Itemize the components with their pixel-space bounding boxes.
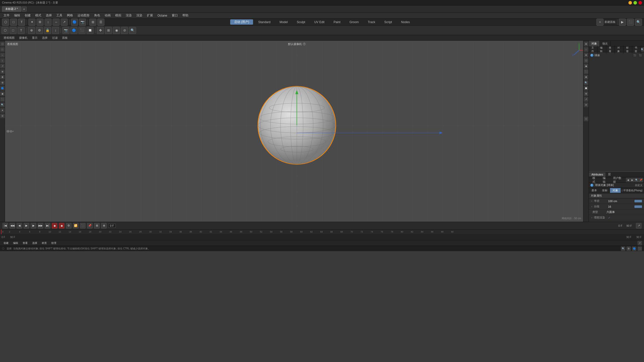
menu-octane[interactable]: Octane [155, 13, 169, 18]
tool-d[interactable]: ↕ [52, 27, 59, 34]
tab-add-button[interactable]: + [22, 7, 27, 12]
menu-simulate[interactable]: 模拟 [113, 13, 123, 18]
attr-segments-value[interactable]: 16 [608, 205, 633, 208]
tool-r2[interactable]: ⬛ [627, 19, 634, 26]
tool-c[interactable]: 🔒 [44, 27, 51, 34]
tool-rect[interactable]: □ [10, 19, 17, 26]
tool-f[interactable]: 🔵 [70, 27, 77, 34]
tool-7[interactable]: 📷 [79, 19, 86, 26]
anim-expand[interactable]: ↗ [637, 241, 642, 245]
mode-track[interactable]: Track [364, 20, 379, 24]
vp-btn-10[interactable]: ⚙ [584, 92, 588, 96]
mode-script[interactable]: Script [380, 20, 396, 24]
vp-btn-11[interactable]: ↗ [584, 97, 588, 102]
tool-3[interactable]: ↕ [45, 19, 52, 26]
timeline-track[interactable]: 0 F 90 F 90 F 90 F [0, 234, 644, 240]
menu-help[interactable]: 帮助 [180, 13, 190, 18]
menu-mograph[interactable]: 运动图形 [75, 13, 92, 18]
tool-1[interactable]: ✦ [28, 19, 35, 26]
attr-nav-back[interactable]: ◀ [626, 178, 630, 182]
tool-2[interactable]: ⚙ [36, 19, 44, 26]
tool-render-btn[interactable]: ▶ [619, 19, 626, 26]
tool-e[interactable]: 📷 [62, 27, 69, 34]
view-item-display[interactable]: 显示 [30, 36, 39, 40]
attr-subtab-coords[interactable]: 坐标 [599, 188, 610, 193]
mode-startup[interactable]: 启动 (用户) [230, 19, 253, 25]
vp-btn-3[interactable]: ⊕ [584, 53, 588, 57]
vp-btn-9[interactable]: 🔲 [584, 86, 588, 90]
mode-model[interactable]: Model [275, 20, 292, 24]
attr-radius-value[interactable]: 100 cm [608, 200, 633, 203]
minimize-button[interactable] [628, 1, 632, 5]
status-icon-2[interactable]: ⚙ [626, 246, 631, 251]
tool-rotate[interactable]: T [18, 27, 25, 34]
menu-character[interactable]: 角色 [92, 13, 102, 18]
menu-extend[interactable]: 扩展 [145, 13, 155, 18]
tool-g[interactable]: ⬛ [78, 27, 86, 34]
menu-render-settings[interactable]: 渲染 [124, 13, 134, 18]
attr-subtab-basic[interactable]: 基本 [589, 188, 599, 193]
btn-prev-keyframe[interactable]: ◀◀ [10, 223, 15, 229]
mode-sculpt[interactable]: Sculpt [293, 20, 309, 24]
menu-animate[interactable]: 动画 [103, 13, 113, 18]
btn-goto-start[interactable]: |◀ [3, 223, 8, 229]
mode-uvedit[interactable]: UV Edit [310, 20, 329, 24]
attr-mode-userdata[interactable]: 用户数据 [611, 176, 626, 184]
sidebar-tool-6[interactable]: ⊕ [0, 69, 5, 74]
vp-btn-5[interactable]: ◉ [584, 64, 588, 68]
sidebar-tool-5[interactable]: ↗ [0, 64, 5, 68]
tab-scene[interactable]: 未标题 2 * [2, 6, 21, 12]
status-icon-1[interactable]: 🔍 [621, 246, 625, 251]
tool-b[interactable]: ⚙ [36, 27, 43, 34]
tool-text[interactable]: T [18, 19, 25, 26]
sidebar-tool-2[interactable]: □ [0, 47, 5, 52]
view-item-perspective[interactable]: 透视视图 [2, 36, 17, 40]
tool-a[interactable]: ⊕ [28, 27, 35, 34]
obj-visibility-2[interactable]: ⬛ [638, 53, 642, 58]
menu-select[interactable]: 选择 [44, 13, 54, 18]
mode-groom[interactable]: Groom [345, 20, 363, 24]
attr-search[interactable]: 🔍 [634, 178, 639, 182]
menu-window[interactable]: 窗口 [170, 13, 180, 18]
tool-h[interactable]: 🔲 [87, 27, 94, 34]
btn-record-auto[interactable]: ⏺ [59, 223, 64, 229]
menu-tools[interactable]: 工具 [54, 13, 64, 18]
tool-select[interactable]: ⬡ [2, 19, 9, 26]
anim-texture[interactable]: 纹理 [50, 241, 58, 245]
attr-radius-slider[interactable] [634, 200, 642, 202]
view-item-filter[interactable]: 过滤 [50, 36, 60, 40]
tool-scale[interactable]: □ [10, 27, 17, 34]
tool-m[interactable]: 🔍 [129, 27, 136, 34]
btn-anim-loop[interactable]: 🔁 [73, 223, 78, 229]
anim-view[interactable]: 查看 [21, 241, 29, 245]
mode-standard[interactable]: Standard [254, 20, 274, 24]
vp-btn-6[interactable]: ⬛ [584, 69, 588, 74]
vp-btn-2[interactable]: ↕ [584, 47, 588, 52]
attr-subtab-object[interactable]: 对象 [610, 188, 621, 193]
obj-visibility-1[interactable]: ⬛ [632, 53, 637, 58]
btn-anim-settings[interactable]: ⚙ [66, 223, 71, 229]
btn-anim-extra1[interactable]: ⊞ [94, 223, 100, 229]
frame-end-label[interactable]: 90 F [626, 224, 632, 227]
vp-btn-1[interactable]: ⊞ [584, 42, 588, 46]
status-icon-4[interactable]: ⬛ [637, 246, 642, 251]
view-item-panel[interactable]: 面板 [60, 36, 70, 40]
tool-4[interactable]: ↔ [53, 19, 60, 26]
btn-anim-snap[interactable]: 📌 [87, 223, 93, 229]
close-button[interactable] [638, 1, 642, 5]
attr-mode-edit[interactable]: 编辑 [600, 176, 611, 184]
sidebar-tool-13[interactable]: ✦ [0, 108, 5, 113]
attr-segments-slider[interactable] [634, 205, 642, 208]
tool-move[interactable]: ⬡ [2, 27, 9, 34]
menu-create[interactable]: 创建 [23, 13, 33, 18]
playhead[interactable] [1, 230, 2, 234]
rp-search[interactable]: 🔍 [641, 47, 644, 52]
anim-select[interactable]: 选择 [31, 241, 39, 245]
mode-nodes[interactable]: Nodes [397, 20, 414, 24]
tool-6[interactable]: 🔵 [71, 19, 78, 26]
btn-play[interactable]: ▶ [24, 223, 29, 229]
attr-nav-fwd[interactable]: ▶ [630, 178, 634, 182]
view-item-select[interactable]: 选择 [40, 36, 50, 40]
menu-file[interactable]: 文件 [2, 13, 12, 18]
attr-ideal-check[interactable]: ✓ [608, 216, 611, 219]
